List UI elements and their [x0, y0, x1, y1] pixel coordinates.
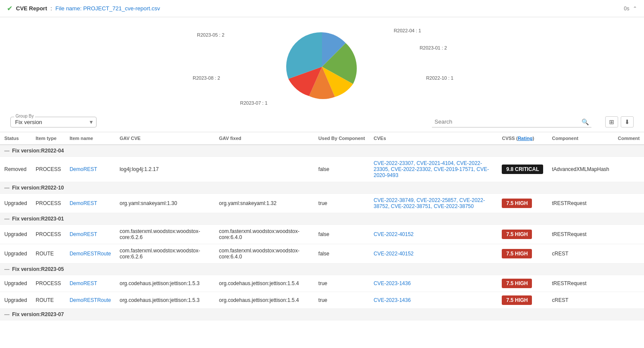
table-row: UpgradedROUTEDemoRESTRoutecom.fasterxml.…	[0, 244, 644, 264]
download-button[interactable]: ⬇	[621, 116, 634, 127]
cell-cves-link[interactable]: CVE-2023-1436	[374, 297, 411, 303]
col-cvss: CVSS (Rating)	[497, 132, 547, 145]
pie-label-r2022-04: R2022-04 : 1	[394, 28, 421, 33]
group-dash: —	[4, 148, 9, 154]
cell-comment	[613, 244, 644, 264]
cell-comment	[613, 275, 644, 292]
cell-comment	[613, 292, 644, 309]
search-box[interactable]: 🔍	[432, 117, 591, 127]
cell-item-type: PROCESS	[31, 225, 66, 244]
cell-item-name-link[interactable]: DemoREST	[69, 200, 97, 206]
cell-gav-cve: com.fasterxml.woodstox:woodstox-core:6.2…	[115, 244, 215, 264]
cell-used-by: true	[314, 292, 369, 309]
cvss-badge: 7.5 HIGH	[502, 279, 532, 288]
separator: :	[50, 6, 52, 12]
rating-link[interactable]: Rating	[518, 136, 532, 141]
group-header-row: —Fix version:R2023-07	[0, 309, 644, 320]
col-item-type: Item type	[31, 132, 66, 145]
top-bar-right: 0s ⌃	[624, 6, 637, 12]
pie-label-r2022-10: R2022-10 : 1	[426, 75, 453, 81]
cell-gav-cve: com.fasterxml.woodstox:woodstox-core:6.2…	[115, 225, 215, 244]
search-icon: 🔍	[581, 118, 589, 125]
group-header-row: —Fix version:R2022-04	[0, 145, 644, 157]
col-component: Component	[547, 132, 613, 145]
col-cves: CVEs	[369, 132, 498, 145]
cell-status: Upgraded	[0, 194, 31, 213]
cvss-badge: 7.5 HIGH	[502, 230, 532, 239]
cell-status: Removed	[0, 157, 31, 182]
search-input[interactable]	[435, 118, 581, 125]
cell-used-by: false	[314, 157, 369, 182]
cell-gav-cve: log4j:log4j:1.2.17	[115, 157, 215, 182]
cell-used-by: true	[314, 275, 369, 292]
cell-item-name-link[interactable]: DemoREST	[69, 166, 97, 172]
cell-cves-link[interactable]: CVE-2023-1436	[374, 280, 411, 286]
collapse-icon[interactable]: ⌃	[633, 6, 637, 12]
cell-cvss: 7.5 HIGH	[497, 244, 547, 264]
cell-gav-cve: org.yaml:snakeyaml:1.30	[115, 194, 215, 213]
pie-label-r2023-08: R2023-08 : 2	[193, 75, 220, 81]
cell-gav-fixed	[215, 157, 314, 182]
cell-item-name: DemoRESTRoute	[65, 292, 115, 309]
table-wrapper: Status Item type Item name GAV CVE GAV f…	[0, 132, 644, 320]
cell-component: tRESTRequest	[547, 275, 613, 292]
cvss-badge: 7.5 HIGH	[502, 199, 532, 208]
cell-item-name-link[interactable]: DemoREST	[69, 280, 97, 286]
check-icon: ✔	[7, 4, 13, 12]
cell-item-name: DemoRESTRoute	[65, 244, 115, 264]
cell-cves: CVE-2023-1436	[369, 292, 498, 309]
cell-item-type: PROCESS	[31, 194, 66, 213]
cell-cves: CVE-2022-23307, CVE-2021-4104, CVE-2022-…	[369, 157, 498, 182]
action-icons: ⊞ ⬇	[605, 116, 634, 127]
table-row: UpgradedPROCESSDemoRESTorg.yaml:snakeyam…	[0, 194, 644, 213]
cell-cves-link[interactable]: CVE-2022-38749, CVE-2022-25857, CVE-2022…	[374, 197, 485, 209]
table-view-button[interactable]: ⊞	[605, 116, 618, 127]
cell-used-by: true	[314, 194, 369, 213]
cell-comment	[613, 157, 644, 182]
chevron-down-icon: ▾	[90, 118, 93, 125]
cell-status: Upgraded	[0, 275, 31, 292]
cell-item-name: DemoREST	[65, 194, 115, 213]
cell-component: cREST	[547, 244, 613, 264]
group-dash: —	[4, 185, 9, 191]
cell-gav-fixed: com.fasterxml.woodstox:woodstox-core:6.4…	[215, 244, 314, 264]
cell-component: tAdvancedXMLMapHash	[547, 157, 613, 182]
group-header-row: —Fix version:R2023-01	[0, 213, 644, 225]
chart-area: R2022-04 : 1 R2023-01 : 2 R2022-10 : 1 R…	[0, 17, 644, 112]
cell-cves-link[interactable]: CVE-2022-40152	[374, 251, 414, 257]
col-item-name: Item name	[65, 132, 115, 145]
group-by-value: Fix version	[15, 119, 42, 125]
cell-cvss: 7.5 HIGH	[497, 292, 547, 309]
group-by-dropdown[interactable]: Group By Fix version ▾	[10, 117, 97, 127]
cell-gav-fixed: org.codehaus.jettison:jettison:1.5.4	[215, 275, 314, 292]
cell-status: Upgraded	[0, 292, 31, 309]
cell-gav-cve: org.codehaus.jettison:jettison:1.5.3	[115, 275, 215, 292]
cell-item-name-link[interactable]: DemoRESTRoute	[69, 251, 111, 257]
cell-item-name-link[interactable]: DemoRESTRoute	[69, 297, 111, 303]
cvss-badge: 7.5 HIGH	[502, 249, 532, 258]
cvss-badge: 9.8 CRITICAL	[502, 165, 543, 174]
cell-cves: CVE-2022-38749, CVE-2022-25857, CVE-2022…	[369, 194, 498, 213]
cell-cves: CVE-2022-40152	[369, 225, 498, 244]
col-gav-cve: GAV CVE	[115, 132, 215, 145]
group-header-row: —Fix version:R2023-05	[0, 264, 644, 275]
col-used-by: Used By Component	[314, 132, 369, 145]
cell-item-name-link[interactable]: DemoREST	[69, 231, 97, 237]
cell-cves: CVE-2022-40152	[369, 244, 498, 264]
col-status: Status	[0, 132, 31, 145]
table-row: UpgradedPROCESSDemoRESTorg.codehaus.jett…	[0, 275, 644, 292]
cell-cves-link[interactable]: CVE-2022-40152	[374, 231, 414, 237]
cell-cves: CVE-2023-1436	[369, 275, 498, 292]
group-dash: —	[4, 311, 9, 317]
cell-cvss: 9.8 CRITICAL	[497, 157, 547, 182]
cell-gav-fixed: org.yaml:snakeyaml:1.32	[215, 194, 314, 213]
cell-component: tRESTRequest	[547, 225, 613, 244]
cell-cvss: 7.5 HIGH	[497, 194, 547, 213]
cell-component: cREST	[547, 292, 613, 309]
group-dash: —	[4, 216, 9, 222]
cell-status: Upgraded	[0, 244, 31, 264]
cell-item-type: PROCESS	[31, 157, 66, 182]
cell-cves-link[interactable]: CVE-2022-23307, CVE-2021-4104, CVE-2022-…	[374, 160, 489, 178]
col-gav-fixed: GAV fixed	[215, 132, 314, 145]
filename-label: File name: PROJECT_721_cve-report.csv	[56, 5, 160, 12]
